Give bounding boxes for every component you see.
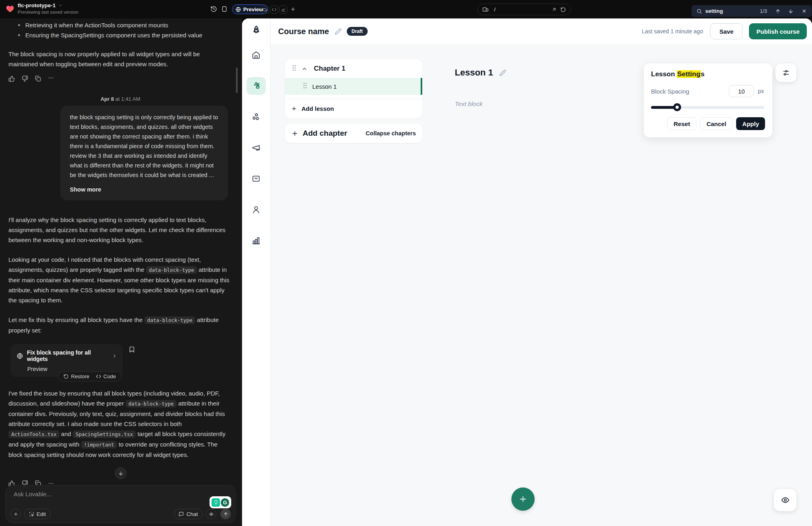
- version-actions-pill: Restore Code: [58, 371, 122, 381]
- chat-panel: Retrieving it when the ActionTools compo…: [0, 18, 242, 526]
- search-close-icon[interactable]: [802, 8, 807, 14]
- sidebar-item-inbox[interactable]: [246, 170, 266, 188]
- add-block-fab[interactable]: [511, 487, 535, 511]
- sidebar-item-profile[interactable]: [246, 201, 266, 218]
- lesson-settings-title: Lesson Settings: [651, 70, 765, 78]
- show-more-link[interactable]: Show more: [70, 185, 101, 194]
- restore-icon: [63, 374, 69, 379]
- panel-icon[interactable]: [221, 6, 228, 12]
- scroll-down-button[interactable]: [115, 467, 126, 479]
- lesson-settings-panel: Lesson Settings Block Spacing px Reset C…: [644, 63, 772, 137]
- spacing-unit-label: px: [758, 88, 765, 94]
- edit-mode-button[interactable]: Edit: [24, 509, 51, 519]
- settings-toggle-button[interactable]: [775, 63, 796, 82]
- chat-scrollbar[interactable]: [236, 67, 238, 93]
- collapse-chapters-link[interactable]: Collapse chapters: [366, 130, 416, 137]
- app-header: Course name Draft Last saved 1 minute ag…: [271, 18, 812, 44]
- analytics-button[interactable]: [279, 6, 287, 14]
- more-icon[interactable]: [48, 75, 54, 82]
- bullet-item: Retrieving it when the ActionTools compo…: [8, 20, 232, 30]
- pencil-icon[interactable]: [499, 69, 506, 76]
- project-name: flc-prototype-1: [18, 2, 56, 8]
- search-input[interactable]: [705, 8, 753, 14]
- chapter-header-row[interactable]: Chapter 1: [285, 59, 422, 78]
- lesson-row-selected[interactable]: Lesson 1: [285, 78, 422, 95]
- restore-button[interactable]: Restore: [63, 373, 90, 379]
- inline-code: SpacingSettings.tsx: [73, 430, 136, 438]
- publish-course-button[interactable]: Publish course: [749, 23, 807, 39]
- drag-handle-icon[interactable]: [292, 65, 296, 73]
- attach-plus-button[interactable]: [10, 509, 21, 519]
- code-button[interactable]: Code: [96, 373, 116, 379]
- url-bar[interactable]: /: [477, 4, 571, 15]
- bullet-item: Ensuring the SpacingSettings component u…: [8, 30, 232, 40]
- sliders-icon: [782, 69, 790, 77]
- message-actions: [8, 75, 232, 82]
- search-prev-icon[interactable]: [775, 8, 781, 14]
- course-title: Course name: [278, 27, 329, 36]
- app-content: Chapter 1 Lesson 1 Add lesson: [271, 44, 812, 526]
- reset-button[interactable]: Reset: [667, 117, 696, 130]
- inline-code: ActionTools.tsx: [8, 430, 59, 438]
- sidebar-item-stats[interactable]: [246, 232, 266, 249]
- thumbs-down-icon[interactable]: [22, 75, 28, 82]
- chat-prompt-input[interactable]: [14, 491, 158, 497]
- thumbs-up-icon[interactable]: [8, 75, 15, 82]
- message-timestamp: Apr 8 at 1:41 AM: [8, 96, 232, 102]
- search-match-count: 1/3: [760, 8, 767, 14]
- top-bar: flc-prototype-1 Previewing last saved ve…: [0, 0, 812, 18]
- search-next-icon[interactable]: [788, 8, 794, 14]
- project-menu[interactable]: flc-prototype-1: [18, 2, 63, 8]
- cloud-button[interactable]: [261, 6, 269, 14]
- chat-input-box[interactable]: G Edit Chat: [5, 485, 236, 523]
- title-text: s: [701, 70, 704, 78]
- cancel-button[interactable]: Cancel: [700, 117, 733, 130]
- bookmark-icon[interactable]: [128, 346, 135, 353]
- timestamp-time: at 1:41 AM: [115, 96, 140, 102]
- code-icon: [96, 374, 101, 379]
- open-external-icon[interactable]: [552, 7, 557, 12]
- rocket-logo-icon[interactable]: [251, 25, 262, 36]
- find-bar: 1/3: [692, 5, 812, 17]
- empty-text-block[interactable]: Text block: [455, 100, 482, 108]
- send-button[interactable]: [220, 509, 231, 519]
- code-button[interactable]: [270, 6, 278, 14]
- edit-select-icon: [29, 512, 34, 517]
- drag-handle-icon[interactable]: [303, 82, 307, 90]
- grammarly-badge[interactable]: G: [210, 496, 231, 508]
- copy-icon[interactable]: [35, 75, 41, 82]
- selected-accent-bar: [421, 78, 422, 95]
- grammarly-g-icon: G: [221, 498, 229, 507]
- sidebar-item-home[interactable]: [246, 46, 266, 64]
- version-title: Fix block spacing for all widgets: [27, 349, 108, 362]
- block-spacing-slider[interactable]: [651, 103, 765, 111]
- chat-mode-button[interactable]: Chat: [174, 509, 203, 519]
- save-button[interactable]: Save: [710, 23, 743, 39]
- sidebar-item-announcements[interactable]: [246, 139, 266, 157]
- block-spacing-input[interactable]: [729, 85, 754, 97]
- add-lesson-button[interactable]: Add lesson: [285, 99, 422, 118]
- lovable-logo-icon[interactable]: [6, 4, 14, 13]
- apply-button[interactable]: Apply: [736, 117, 765, 130]
- plus-tab-icon[interactable]: [290, 6, 296, 12]
- sidebar-item-groups[interactable]: [246, 108, 266, 126]
- voice-input-button[interactable]: [206, 509, 216, 519]
- block-spacing-label: Block Spacing: [651, 88, 689, 95]
- pencil-icon[interactable]: [335, 28, 342, 35]
- url-path: /: [494, 6, 496, 12]
- add-chapter-button[interactable]: Add chapter: [291, 129, 347, 138]
- devices-icon[interactable]: [482, 6, 488, 12]
- chevron-down-icon: [58, 3, 63, 8]
- chevron-up-icon[interactable]: [301, 66, 307, 72]
- plus-icon: [291, 130, 298, 137]
- preview-eye-button[interactable]: [774, 489, 796, 511]
- history-icon[interactable]: [210, 6, 217, 12]
- title-text: Lesson: [651, 70, 677, 78]
- refresh-icon[interactable]: [560, 7, 566, 12]
- sidebar-item-content[interactable]: [246, 77, 266, 95]
- slider-knob[interactable]: [673, 103, 681, 111]
- chapter-card: Chapter 1 Lesson 1 Add lesson: [285, 59, 422, 118]
- restore-label: Restore: [71, 373, 90, 379]
- paragraph-text: Let me fix this by ensuring all block ty…: [8, 316, 144, 323]
- app-preview-window: Course name Draft Last saved 1 minute ag…: [242, 18, 812, 526]
